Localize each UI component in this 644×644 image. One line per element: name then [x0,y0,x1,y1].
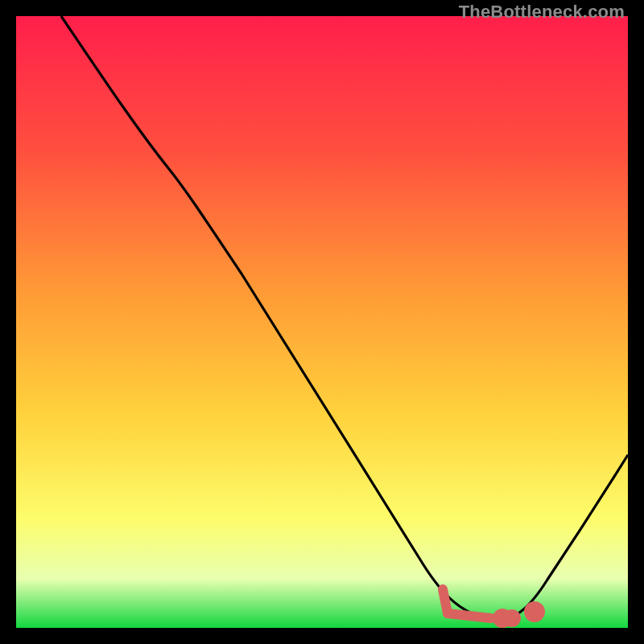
chart-frame [16,16,628,628]
svg-point-2 [529,606,540,617]
watermark-text: TheBottleneck.com [459,2,625,23]
gradient-background [16,16,628,628]
bottleneck-chart [16,16,628,628]
svg-point-1 [508,614,516,622]
